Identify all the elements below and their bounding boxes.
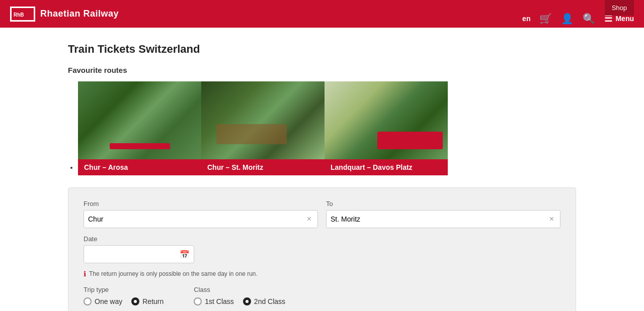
route-image-landquart-davos [325, 81, 448, 159]
to-label: To [326, 200, 560, 208]
shop-link[interactable]: Shop [605, 0, 634, 16]
info-note-text: The return journey is only possible on t… [89, 270, 258, 277]
date-group: Date 📅 [84, 235, 194, 263]
info-icon: ℹ [84, 270, 86, 278]
class-2nd-label: 2nd Class [254, 297, 285, 305]
trip-type-return[interactable]: Return [131, 297, 164, 305]
to-input[interactable] [331, 215, 547, 223]
routes-list-item: Chur – Arosa Chur – St. Moritz Landquart… [78, 81, 576, 175]
language-selector[interactable]: en [522, 15, 530, 23]
main-content: Train Tickets Switzerland Favourite rout… [58, 28, 586, 311]
logo-text: Rhaetian Railway [40, 9, 119, 19]
trip-type-one-way-label: One way [95, 297, 122, 305]
trip-type-options: One way Return [84, 297, 164, 305]
date-row: Date 📅 [84, 235, 560, 263]
date-label: Date [84, 235, 194, 243]
calendar-icon[interactable]: 📅 [180, 250, 190, 259]
route-image-chur-stmoritz [201, 81, 325, 159]
class-label: Class [194, 286, 285, 293]
trip-type-group: Trip type One way Return [84, 286, 164, 305]
routes-list: Chur – Arosa Chur – St. Moritz Landquart… [68, 81, 576, 175]
trip-type-one-way[interactable]: One way [84, 297, 122, 305]
class-1st-radio[interactable] [194, 297, 202, 305]
logo-area[interactable]: RhB Rhaetian Railway [10, 7, 119, 22]
class-2nd-radio[interactable] [243, 297, 251, 305]
route-card-chur-arosa[interactable]: Chur – Arosa [78, 81, 201, 175]
class-group: Class 1st Class 2nd Class [194, 286, 285, 305]
routes-grid: Chur – Arosa Chur – St. Moritz Landquart… [78, 81, 576, 175]
cart-icon[interactable]: 🛒 [539, 13, 552, 25]
trip-type-label: Trip type [84, 286, 164, 293]
info-note: ℹ The return journey is only possible on… [84, 270, 560, 278]
from-label: From [84, 200, 318, 208]
svg-text:RhB: RhB [14, 12, 24, 18]
page-title: Train Tickets Switzerland [68, 43, 576, 56]
from-input-wrapper: × [84, 210, 318, 228]
class-2nd[interactable]: 2nd Class [243, 297, 285, 305]
to-group: To × [326, 200, 560, 228]
from-to-row: From × To × [84, 200, 560, 228]
favourite-routes-label: Favourite routes [68, 66, 576, 74]
class-1st-label: 1st Class [205, 297, 234, 305]
search-form: From × To × Date 📅 [68, 187, 576, 311]
from-group: From × [84, 200, 318, 228]
trip-type-return-label: Return [142, 297, 164, 305]
to-clear-button[interactable]: × [547, 214, 556, 224]
route-image-chur-arosa [78, 81, 201, 159]
route-label-chur-arosa: Chur – Arosa [78, 159, 201, 175]
to-input-wrapper: × [326, 210, 560, 228]
class-options: 1st Class 2nd Class [194, 297, 285, 305]
trip-type-one-way-radio[interactable] [84, 297, 92, 305]
route-label-chur-stmoritz: Chur – St. Moritz [201, 159, 325, 175]
from-clear-button[interactable]: × [305, 214, 313, 224]
date-input[interactable] [88, 250, 177, 258]
route-label-landquart-davos: Landquart – Davos Platz [325, 159, 448, 175]
date-input-wrapper: 📅 [84, 245, 194, 263]
route-card-landquart-davos[interactable]: Landquart – Davos Platz [325, 81, 448, 175]
search-icon[interactable]: 🔍 [583, 13, 595, 25]
trip-type-return-radio[interactable] [131, 297, 139, 305]
user-icon[interactable]: 👤 [561, 13, 574, 25]
from-input[interactable] [88, 215, 305, 223]
logo-icon: RhB [10, 7, 35, 22]
header: Shop RhB Rhaetian Railway en 🛒 👤 🔍 ☰ Men… [0, 0, 644, 28]
class-1st[interactable]: 1st Class [194, 297, 234, 305]
route-card-chur-stmoritz[interactable]: Chur – St. Moritz [201, 81, 325, 175]
options-row: Trip type One way Return Class [84, 286, 560, 305]
